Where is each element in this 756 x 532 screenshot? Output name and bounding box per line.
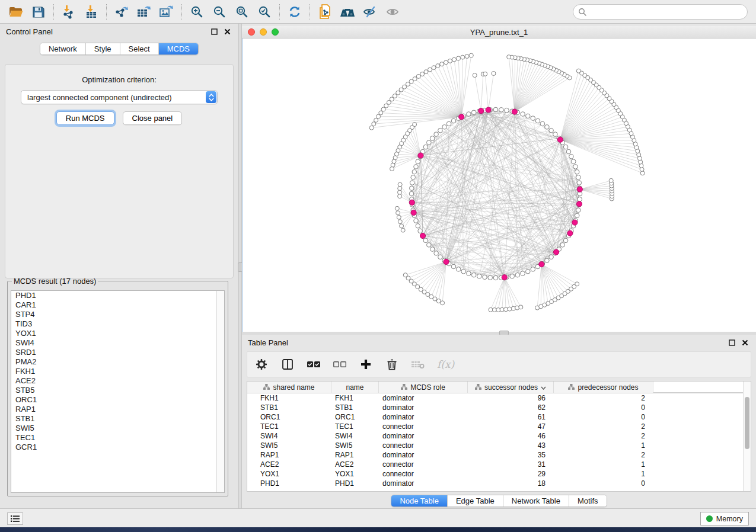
run-mcds-button[interactable]: Run MCDS: [56, 111, 114, 125]
cell-successor-nodes[interactable]: 43: [468, 441, 554, 450]
cell-successor-nodes[interactable]: 61: [468, 413, 554, 421]
graph-node[interactable]: [397, 215, 401, 219]
zoom-fit-button[interactable]: [231, 2, 253, 21]
float-panel-button[interactable]: [726, 338, 737, 347]
cell-shared-name[interactable]: ORC1: [247, 413, 331, 421]
graph-node[interactable]: [471, 110, 476, 115]
zoom-selected-button[interactable]: [253, 2, 276, 21]
graph-node[interactable]: [456, 267, 461, 272]
graph-hub-node[interactable]: [512, 109, 517, 114]
mcds-result-item[interactable]: SWI5: [11, 424, 224, 433]
graph-node[interactable]: [451, 264, 456, 269]
column-header-predecessor-nodes[interactable]: predecessor nodes: [554, 382, 653, 393]
cell-predecessor-nodes[interactable]: 2: [554, 451, 653, 459]
graph-hub-node[interactable]: [557, 137, 563, 142]
graph-node[interactable]: [531, 267, 535, 272]
graph-node[interactable]: [398, 194, 402, 198]
graph-node[interactable]: [515, 273, 520, 277]
tab-node-table[interactable]: Node Table: [391, 495, 448, 507]
float-panel-button[interactable]: [209, 27, 219, 36]
graph-node[interactable]: [577, 181, 582, 185]
graph-node[interactable]: [545, 258, 550, 263]
graph-node[interactable]: [519, 305, 523, 309]
graph-node[interactable]: [575, 169, 579, 174]
graph-node[interactable]: [428, 68, 432, 72]
close-panel-button-mcds[interactable]: Close panel: [123, 111, 183, 125]
graph-node[interactable]: [505, 108, 509, 113]
graph-node[interactable]: [535, 118, 540, 123]
graph-node[interactable]: [424, 70, 428, 74]
graph-node[interactable]: [521, 271, 525, 276]
cell-predecessor-nodes[interactable]: 0: [554, 479, 653, 488]
cell-successor-nodes[interactable]: 46: [468, 432, 554, 440]
graph-node[interactable]: [434, 132, 439, 137]
graph-node[interactable]: [398, 182, 402, 187]
import-table-button[interactable]: [80, 2, 103, 21]
mcds-result-item[interactable]: SWI4: [11, 338, 224, 348]
graph-hub-node[interactable]: [502, 275, 507, 280]
graph-node[interactable]: [451, 118, 456, 123]
cell-MCDS-role[interactable]: dominator: [379, 451, 468, 459]
graph-node[interactable]: [563, 238, 568, 243]
mcds-result-item[interactable]: PMA2: [11, 357, 224, 367]
graph-node[interactable]: [488, 275, 493, 280]
column-header-shared-name[interactable]: shared name: [247, 382, 331, 393]
cell-shared-name[interactable]: FKH1: [247, 394, 331, 402]
graph-node[interactable]: [457, 56, 461, 60]
export-network-button[interactable]: [110, 2, 133, 21]
graph-node[interactable]: [566, 149, 571, 154]
graph-node[interactable]: [578, 197, 582, 202]
graph-node[interactable]: [414, 219, 419, 223]
save-session-button[interactable]: [27, 2, 50, 21]
cell-MCDS-role[interactable]: connector: [379, 470, 468, 478]
cell-predecessor-nodes[interactable]: 2: [554, 422, 653, 431]
graph-node[interactable]: [381, 107, 385, 111]
graph-node[interactable]: [377, 114, 381, 118]
graph-node[interactable]: [390, 167, 394, 171]
close-panel-button[interactable]: [222, 27, 232, 36]
cell-predecessor-nodes[interactable]: 2: [554, 432, 653, 440]
column-header-name[interactable]: name: [331, 382, 379, 393]
mcds-result-item[interactable]: STB1: [11, 414, 224, 424]
cell-predecessor-nodes[interactable]: 1: [554, 441, 653, 450]
cell-successor-nodes[interactable]: 18: [468, 479, 554, 488]
mcds-result-item[interactable]: PHD1: [11, 291, 224, 300]
graph-node[interactable]: [410, 186, 414, 191]
graph-hub-node[interactable]: [411, 210, 416, 215]
cell-MCDS-role[interactable]: connector: [379, 422, 468, 431]
graph-node[interactable]: [504, 307, 508, 312]
cell-predecessor-nodes[interactable]: 1: [554, 470, 653, 478]
select-all-button[interactable]: [307, 356, 321, 373]
graph-node[interactable]: [413, 77, 417, 81]
graph-node[interactable]: [438, 255, 443, 259]
apply-layout-button[interactable]: [283, 2, 306, 21]
table-row[interactable]: TEC1TEC1connector472: [247, 422, 751, 431]
column-header-MCDS-role[interactable]: MCDS role: [379, 382, 468, 393]
table-row[interactable]: ORC1ORC1dominator610: [247, 412, 751, 422]
graph-node[interactable]: [398, 190, 402, 194]
cell-shared-name[interactable]: STB1: [247, 403, 331, 412]
memory-button[interactable]: Memory: [700, 512, 749, 525]
graph-node[interactable]: [461, 269, 466, 274]
graph-node[interactable]: [442, 125, 447, 130]
table-row[interactable]: PHD1PHD1dominator180: [247, 479, 751, 488]
graph-node[interactable]: [406, 82, 410, 86]
add-button[interactable]: [359, 356, 373, 373]
cell-name[interactable]: PHD1: [331, 479, 379, 488]
graph-node[interactable]: [434, 251, 439, 256]
graph-node[interactable]: [427, 243, 432, 248]
cell-predecessor-nodes[interactable]: 0: [554, 413, 653, 421]
mcds-result-item[interactable]: GCR1: [11, 443, 224, 452]
graph-hub-node[interactable]: [576, 201, 582, 207]
graph-node[interactable]: [432, 66, 436, 70]
table-row[interactable]: SWI4SWI4dominator462: [247, 431, 751, 441]
cell-shared-name[interactable]: RAP1: [247, 451, 331, 459]
cell-name[interactable]: ORC1: [331, 413, 379, 421]
graph-node[interactable]: [430, 136, 435, 141]
graph-node[interactable]: [465, 55, 469, 59]
graph-node[interactable]: [571, 159, 576, 164]
graph-node[interactable]: [420, 72, 425, 76]
graph-node[interactable]: [441, 301, 445, 305]
delete-button[interactable]: [385, 356, 399, 373]
graph-node[interactable]: [423, 145, 428, 149]
